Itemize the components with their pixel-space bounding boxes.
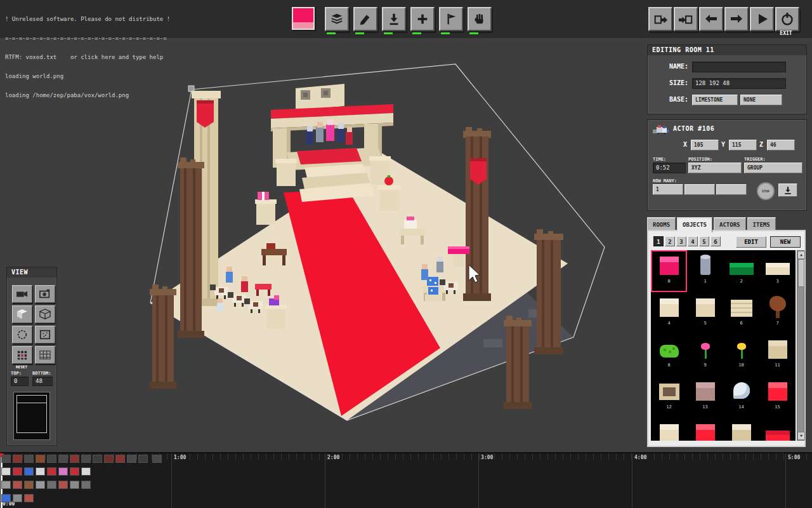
timeline-frame-thumb[interactable] — [1, 467, 11, 476]
timeline[interactable]: 0:00 1:002:003:004:005:00 — [0, 452, 812, 508]
tab-rooms[interactable]: ROOMS — [647, 217, 676, 231]
current-color-swatch[interactable] — [292, 7, 315, 30]
timeline-frame-thumb[interactable] — [70, 455, 79, 463]
how-many-field[interactable]: 1 — [653, 184, 683, 195]
object-item-14[interactable]: 14 — [723, 376, 759, 418]
object-item-17[interactable]: 17 — [687, 418, 723, 441]
object-item-18[interactable]: 18 — [723, 418, 759, 441]
timeline-frame-thumb[interactable] — [152, 455, 162, 463]
trigger-field[interactable]: GROUP — [744, 163, 802, 173]
solid-view-button[interactable] — [12, 305, 32, 323]
timeline-frame-thumb[interactable] — [13, 481, 22, 489]
timeline-frame-thumb[interactable] — [81, 455, 91, 463]
object-item-12[interactable]: 12 — [651, 376, 687, 418]
timeline-frame-thumb[interactable] — [115, 455, 125, 463]
timeline-frame-thumb[interactable] — [58, 467, 68, 476]
timeline-frame-thumb[interactable] — [58, 481, 68, 489]
timeline-frame-thumb[interactable] — [1, 494, 11, 502]
object-item-19[interactable]: 19 — [759, 418, 796, 441]
ghost-view-button[interactable] — [12, 326, 32, 344]
page-button-5[interactable]: 5 — [699, 236, 709, 246]
how-many-field-3[interactable] — [716, 184, 747, 195]
object-item-15[interactable]: 15 — [759, 376, 796, 418]
tab-actors[interactable]: ACTORS — [714, 217, 746, 231]
slice-preview[interactable] — [13, 392, 50, 440]
page-button-4[interactable]: 4 — [688, 236, 698, 246]
exit-button[interactable] — [775, 7, 799, 31]
stipple-view-button[interactable] — [35, 326, 55, 344]
object-item-10[interactable]: 10 — [723, 334, 759, 376]
object-item-7[interactable]: 7 — [759, 292, 796, 334]
undo-button[interactable] — [699, 7, 723, 31]
volume-tool-button[interactable] — [325, 7, 349, 31]
timeline-frame-thumb[interactable] — [58, 455, 68, 463]
how-many-field-2[interactable] — [684, 184, 715, 195]
timeline-frame-thumb[interactable] — [1, 455, 11, 463]
photo-camera-button[interactable] — [35, 285, 55, 303]
size-field[interactable]: 128 192 48 — [692, 78, 786, 89]
name-input[interactable] — [692, 62, 786, 72]
console-log[interactable]: ! Unrelesed software. Please do not dist… — [5, 3, 170, 111]
object-item-6[interactable]: 6 — [723, 292, 759, 334]
timeline-frame-thumb[interactable] — [81, 467, 91, 476]
timeline-frame-thumb[interactable] — [47, 481, 56, 489]
page-button-2[interactable]: 2 — [665, 236, 675, 246]
stop-badge[interactable]: STOP — [757, 182, 775, 200]
drop-tool-button[interactable] — [382, 7, 406, 31]
timeline-frame-thumb[interactable] — [24, 494, 34, 502]
timeline-frame-thumb[interactable] — [70, 481, 79, 489]
wireframe-corner-handle[interactable] — [188, 86, 194, 91]
timeline-frame-thumb[interactable] — [13, 494, 22, 502]
timeline-frame-thumb[interactable] — [24, 481, 34, 489]
timeline-frame-thumb[interactable] — [24, 455, 34, 463]
draw-tool-button[interactable] — [353, 7, 377, 31]
page-button-6[interactable]: 6 — [710, 236, 721, 246]
pan-tool-button[interactable] — [468, 7, 492, 31]
top-field[interactable]: 0 — [11, 377, 29, 386]
timeline-frame-thumb[interactable] — [138, 455, 148, 463]
timeline-frame-thumb[interactable] — [24, 467, 34, 476]
objects-scrollbar[interactable] — [797, 250, 804, 441]
object-item-9[interactable]: 9 — [687, 334, 723, 376]
timeline-frame-thumb[interactable] — [104, 455, 114, 463]
tab-items[interactable]: ITEMS — [747, 217, 776, 231]
bottom-field[interactable]: 48 — [32, 377, 53, 386]
redo-button[interactable] — [724, 7, 749, 31]
time-field[interactable]: 0:52 — [653, 163, 686, 173]
timeline-frame-thumb[interactable] — [127, 455, 136, 463]
spawn-button[interactable] — [778, 184, 797, 197]
object-item-11[interactable]: 11 — [759, 334, 796, 376]
object-item-5[interactable]: 5 — [687, 292, 723, 334]
scroll-down-button[interactable] — [797, 432, 805, 440]
movie-camera-button[interactable] — [12, 285, 32, 303]
object-item-16[interactable]: 16 — [651, 418, 687, 441]
position-field[interactable]: XYZ — [688, 163, 742, 173]
x-field[interactable]: 105 — [691, 140, 719, 150]
timeline-frame-thumb[interactable] — [47, 455, 56, 463]
save-room-button[interactable] — [648, 7, 672, 31]
page-button-3[interactable]: 3 — [676, 236, 686, 246]
new-button[interactable]: NEW — [770, 236, 801, 248]
timeline-frame-thumb[interactable] — [81, 481, 91, 489]
reset-grid-button[interactable] — [12, 346, 32, 364]
y-field[interactable]: 115 — [729, 140, 757, 150]
base-primary-button[interactable]: LIMESTONE — [692, 95, 738, 105]
object-item-13[interactable]: 13 — [687, 376, 723, 418]
object-item-3[interactable]: 3 — [759, 250, 796, 292]
load-room-button[interactable] — [674, 7, 698, 31]
timeline-frame-thumb[interactable] — [13, 455, 22, 463]
base-secondary-button[interactable]: NONE — [740, 95, 782, 105]
edit-button[interactable]: EDIT — [736, 236, 766, 248]
object-item-0[interactable]: 0 — [651, 250, 687, 292]
timeline-frame-thumb[interactable] — [47, 467, 56, 476]
scroll-up-button[interactable] — [797, 251, 805, 259]
page-button-1[interactable]: 1 — [653, 236, 664, 246]
timeline-frame-thumb[interactable] — [36, 481, 45, 489]
tab-objects[interactable]: OBJECTS — [677, 217, 712, 232]
scrollbar-thumb[interactable] — [798, 259, 804, 287]
play-button[interactable] — [750, 7, 774, 31]
timeline-frame-thumb[interactable] — [13, 467, 22, 476]
z-field[interactable]: 46 — [767, 140, 795, 150]
flag-tool-button[interactable] — [439, 7, 463, 31]
object-item-2[interactable]: 2 — [723, 250, 759, 292]
